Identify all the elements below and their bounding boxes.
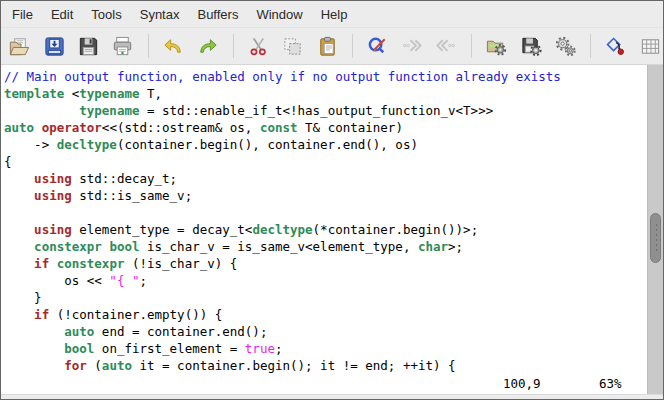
folder-gear-icon	[485, 35, 508, 58]
code-token	[34, 120, 42, 135]
code-token: for	[64, 358, 87, 373]
find-replace-button[interactable]	[365, 33, 390, 59]
menu-window[interactable]: Window	[247, 2, 311, 27]
code-token: constexpr	[57, 256, 125, 271]
code-line: -> decltype(container.begin(), container…	[4, 136, 647, 153]
code-line: using std::decay_t;	[4, 170, 647, 187]
find-prev-icon	[435, 35, 458, 58]
code-token: T& container)	[298, 120, 403, 135]
code-token: template	[4, 86, 64, 101]
code-line: if constexpr (!is_char_v) {	[4, 255, 647, 272]
code-token: using	[34, 171, 72, 186]
code-line: bool on_first_element = true;	[4, 340, 647, 357]
code-line: if (!container.empty()) {	[4, 306, 647, 323]
code-token: std::decay_t;	[72, 171, 177, 186]
code-token: (container.begin(), container.end(), os)	[117, 137, 418, 152]
gvim-window: File Edit Tools Syntax Buffers Window He…	[0, 0, 664, 400]
make-diamond-icon	[604, 35, 627, 58]
code-token: auto	[64, 324, 94, 339]
code-token	[4, 171, 34, 186]
code-token: auto	[4, 120, 34, 135]
load-session-button[interactable]	[484, 33, 509, 59]
code-token: (	[87, 358, 102, 373]
clipboard-paste-icon	[316, 35, 339, 58]
ruler-line: 100,9 63%	[1, 375, 647, 392]
code-token: decltype	[57, 137, 117, 152]
code-line: constexpr bool is_char_v = is_same_v<ele…	[4, 238, 647, 255]
find-prev-button[interactable]	[434, 33, 459, 59]
code-token: typename	[79, 103, 139, 118]
ruler-cursor-position: 100,9	[503, 375, 541, 392]
code-token: {	[4, 154, 12, 169]
toolbar-separator	[352, 34, 353, 58]
code-token: (*container.begin())>;	[313, 222, 479, 237]
code-token	[4, 341, 64, 356]
code-token: using	[34, 222, 72, 237]
code-token	[4, 222, 34, 237]
table-mode-button[interactable]	[638, 33, 663, 59]
code-area[interactable]: // Main output function, enabled only if…	[1, 65, 647, 394]
menu-edit[interactable]: Edit	[42, 2, 82, 27]
code-line: template <typename T,	[4, 85, 647, 102]
code-token: "{ "	[109, 273, 139, 288]
code-token: // Main output function, enabled only if…	[4, 69, 561, 84]
redo-button[interactable]	[195, 33, 220, 59]
magnifier-pencil-icon	[366, 35, 389, 58]
code-line: }	[4, 289, 647, 306]
code-token: (!is_char_v) {	[124, 256, 237, 271]
undo-button[interactable]	[161, 33, 186, 59]
print-button[interactable]	[110, 33, 135, 59]
code-token: if	[34, 307, 49, 322]
code-token: using	[34, 188, 72, 203]
save-session-button[interactable]	[518, 33, 543, 59]
code-token	[49, 256, 57, 271]
printer-icon	[111, 35, 134, 58]
menu-file[interactable]: File	[3, 2, 42, 27]
make-button[interactable]	[603, 33, 628, 59]
toolbar-separator	[233, 34, 234, 58]
undo-arrow-icon	[162, 35, 185, 58]
toolbar-separator	[590, 34, 591, 58]
floppy-disk-icon	[77, 35, 100, 58]
code-token: <	[64, 86, 79, 101]
code-line: auto operator<<(std::ostream& os, const …	[4, 119, 647, 136]
code-token: = std::enable_if_t<!has_output_function_…	[139, 103, 493, 118]
code-token: ;	[139, 273, 147, 288]
run-script-button[interactable]	[553, 33, 578, 59]
code-token: ->	[4, 137, 57, 152]
floppy-gear-icon	[520, 35, 543, 58]
code-token: is_char_v = is_same_v<element_type,	[139, 239, 417, 254]
vertical-scrollbar[interactable]	[647, 65, 663, 394]
code-line: os << "{ ";	[4, 272, 647, 289]
code-token: char	[418, 239, 448, 254]
menu-syntax[interactable]: Syntax	[131, 2, 189, 27]
code-token: it = container.begin(); it != end; ++it)…	[132, 358, 456, 373]
menu-help[interactable]: Help	[312, 2, 357, 27]
code-token: if	[34, 256, 49, 271]
code-token: operator	[42, 120, 102, 135]
code-token	[4, 324, 64, 339]
copy-button[interactable]	[280, 33, 305, 59]
code-token: typename	[79, 86, 139, 101]
find-next-button[interactable]	[399, 33, 424, 59]
paste-button[interactable]	[314, 33, 339, 59]
code-token: bool	[64, 341, 94, 356]
text-area[interactable]: // Main output function, enabled only if…	[1, 65, 663, 394]
code-line	[4, 204, 647, 221]
code-line: // Main output function, enabled only if…	[4, 68, 647, 85]
code-token: >;	[448, 239, 463, 254]
open-file-button[interactable]	[7, 33, 32, 59]
code-token: true	[245, 341, 275, 356]
save-file-button[interactable]	[41, 33, 66, 59]
cut-button[interactable]	[245, 33, 270, 59]
code-token: auto	[102, 358, 132, 373]
scissors-icon	[247, 35, 270, 58]
menu-tools[interactable]: Tools	[82, 2, 130, 27]
menu-buffers[interactable]: Buffers	[188, 2, 247, 27]
toolbar-separator	[471, 34, 472, 58]
code-token	[4, 103, 79, 118]
save-all-button[interactable]	[76, 33, 101, 59]
scrollbar-thumb[interactable]	[650, 213, 661, 263]
toolbar-separator	[148, 34, 149, 58]
code-token: end = container.end();	[94, 324, 267, 339]
